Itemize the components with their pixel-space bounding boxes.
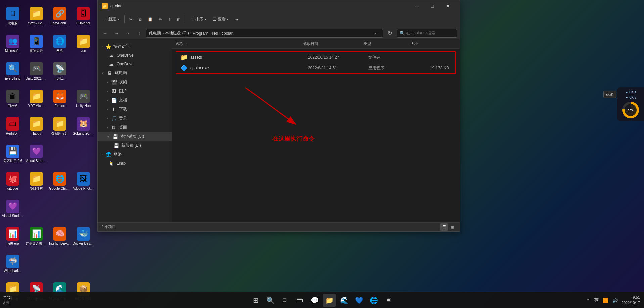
more-button[interactable]: ··· [232, 16, 241, 23]
desktop-icon-everything[interactable]: 🔍 Everything [1, 58, 24, 85]
search-button[interactable]: 🔍 [264, 294, 277, 307]
desktop-icon-teams[interactable]: 👥 Microsof... [1, 30, 24, 57]
col-header-date[interactable]: 修改日期 [303, 41, 364, 46]
desktop-icon-recycle[interactable]: 🗑 回收站 [1, 85, 24, 112]
desktop-icon-vue[interactable]: 📁 vue [72, 30, 95, 57]
desktop-icon-redisd[interactable]: 🗃 RedisD... [1, 113, 24, 140]
desktop-icon-photoshop[interactable]: 🖼 Adobe Photosh... [72, 168, 95, 195]
close-button[interactable]: ✕ [440, 0, 456, 12]
view-list-button[interactable]: ☰ [440, 223, 448, 231]
path-programfiles[interactable]: Program Files [193, 31, 218, 36]
desktop-icon-happy[interactable]: 📁 Happy [25, 113, 48, 140]
taskbar-terminal-button[interactable]: 🖥 [382, 294, 395, 307]
widgets-button[interactable]: 🗃 [293, 294, 307, 307]
new-button[interactable]: ＋ 新建 ▾ [100, 15, 122, 23]
nav-item-linux[interactable]: 🐧 Linux [98, 159, 172, 168]
nav-item-documents[interactable]: › 📄 文档 [98, 96, 172, 105]
nav-item-edrive[interactable]: 💾 新加卷 (E:) [98, 141, 172, 150]
taskbar-explorer-button[interactable]: 📁 [323, 294, 336, 307]
tray-lang-icon[interactable]: 英 [593, 297, 600, 304]
nav-item-quickaccess[interactable]: › ⭐ 快速访问 [98, 42, 172, 51]
copy-button[interactable]: ⧉ [136, 16, 144, 23]
delete-button[interactable]: 🗑 [174, 16, 183, 23]
cut-button[interactable]: ✂ [127, 16, 135, 23]
desktop-icon-idea[interactable]: 🧠 IntelliJ IDEA 2021.3.1 [48, 223, 71, 250]
exe-icon: 🔷 [180, 64, 188, 72]
desktop-icon-chrome[interactable]: 🌐 Google Chrome [48, 168, 71, 195]
desktop-icon-syzm[interactable]: 📁 syzm-vue... [25, 3, 48, 30]
desktop-icon-unityhub[interactable]: 🎮 Unity Hub [72, 85, 95, 112]
taskbar-edge-button[interactable]: 🌊 [337, 294, 351, 307]
start-button[interactable]: ⊞ [249, 294, 262, 307]
refresh-button[interactable]: ↻ [385, 29, 395, 38]
taskbar-chrome-button[interactable]: 🌐 [367, 294, 380, 307]
desktop-icon-gitcode[interactable]: 🐙 gitcode [1, 168, 24, 195]
nav-item-onedrive1[interactable]: ☁ OneDrive [98, 51, 172, 60]
nav-item-downloads[interactable]: › ⬇ 下载 [98, 105, 172, 114]
paste-button[interactable]: 📋 [145, 16, 155, 23]
nav-item-music[interactable]: › 🎵 音乐 [98, 114, 172, 123]
share-button[interactable]: ↑ [166, 16, 173, 23]
desktop-icon-wireshark[interactable]: 🦈 Wireshark... [1, 250, 24, 277]
desktop-icon-ydt[interactable]: 📁 YDT.Micr... [25, 85, 48, 112]
up-button[interactable]: ↑ [135, 29, 144, 38]
desktop-icon-vs1[interactable]: 💜 Visual Studio C... [25, 140, 48, 167]
tray-network-icon[interactable]: 📶 [601, 297, 610, 304]
view-details-button[interactable]: ▦ [448, 223, 456, 231]
nav-item-cdrive[interactable]: ∨ 💾 本地磁盘 (C:) [98, 132, 172, 141]
taskview-button[interactable]: ⧉ [278, 294, 292, 307]
tray-volume-icon[interactable]: 🔊 [611, 297, 619, 304]
net-percent: 77% [627, 108, 634, 112]
desktop-icon-vs2[interactable]: 💜 Visual Studio C... [1, 195, 24, 222]
path-cpolar[interactable]: cpolar [222, 31, 233, 36]
nav-item-video[interactable]: › 🎬 视频 [98, 78, 172, 87]
nav-item-computer[interactable]: ∨ 🖥 此电脑 [98, 68, 172, 78]
table-row[interactable]: 🔷 cpolar.exe 2022/8/31 14:51 应用程序 19,178… [176, 63, 455, 73]
col-header-type[interactable]: 类型 [364, 41, 411, 46]
desktop-icon-docker[interactable]: 🐳 Docker Desktop [72, 223, 95, 250]
maximize-button[interactable]: □ [425, 0, 440, 12]
terminal-taskbar-icon: 🖥 [385, 296, 392, 304]
desktop-icon-pdmaner[interactable]: 🗄 PDManer [72, 3, 95, 30]
weather-widget[interactable]: 21°C 多云 [3, 295, 12, 305]
search-box[interactable]: 🔍 在 cpolar 中搜索 [397, 29, 457, 38]
rename-button[interactable]: ✏ [156, 16, 165, 23]
chat-button[interactable]: 💬 [308, 294, 321, 307]
system-clock[interactable]: 9:51 2022/10/17 [622, 295, 640, 305]
desktop-icon-mqttfx[interactable]: 📡 mqttfx... [48, 58, 71, 85]
sort-button[interactable]: ↑↓ 排序 ▾ [187, 15, 209, 23]
address-path[interactable]: 此电脑 › 本地磁盘 (C:) › Program Files › cpolar… [146, 29, 383, 38]
col-header-name[interactable]: 名称 ↑ [176, 41, 303, 46]
path-dropdown[interactable]: ▾ [371, 29, 380, 38]
easyconn-label: EasyConn... [51, 21, 69, 25]
desktop-icon-net6erp[interactable]: 📊 net6-erp [1, 223, 24, 250]
tray-arrow-icon[interactable]: ⌃ [585, 297, 591, 304]
desktop-icon-partition[interactable]: 💾 分区助手 9.6 [1, 140, 24, 167]
nav-item-desktop[interactable]: › 🖥 桌面 [98, 123, 172, 132]
desktop-icon-firefox[interactable]: 🦊 Firefox [48, 85, 71, 112]
path-drive[interactable]: 本地磁盘 (C:) [165, 30, 189, 36]
desktop-icon-nox[interactable]: 📱 夜神多云 [25, 30, 48, 57]
col-header-size[interactable]: 大小 [411, 41, 444, 46]
desktop-icon-network[interactable]: 🌐 网络 [48, 30, 71, 57]
quickaccess-label: 快速访问 [113, 44, 130, 49]
desktop-icon-excel[interactable]: 📊 订单导入表格-2231.xls [25, 223, 48, 250]
back-button[interactable]: ← [100, 29, 110, 38]
nav-item-onedrive2[interactable]: ☁ OneDrive [98, 60, 172, 68]
forward-button[interactable]: → [112, 29, 121, 38]
desktop-icon-computer[interactable]: 🖥 此电脑 [1, 3, 24, 30]
minimize-button[interactable]: ─ [409, 0, 425, 12]
desktop-icon-goland[interactable]: 🐹 GoLand 2021.3.2 [72, 113, 95, 140]
nav-item-network[interactable]: › 🌐 网络 [98, 150, 172, 159]
nav-item-pictures[interactable]: › 🖼 图片 [98, 87, 172, 96]
desktop-icon-dbdesign[interactable]: 📁 数据库设计 [48, 113, 71, 140]
recent-button[interactable]: ▾ [123, 29, 133, 38]
table-row[interactable]: 📁 assets 2022/10/15 14:27 文件夹 [176, 52, 455, 63]
desktop-icon-unity[interactable]: 🎮 Unity 2021.2.10f... [25, 58, 48, 85]
dbdesign-label: 数据库设计 [51, 132, 68, 136]
path-computer[interactable]: 此电脑 [149, 30, 161, 36]
taskbar-vscode-button[interactable]: 💙 [352, 294, 366, 307]
desktop-icon-easyconn[interactable]: 🔗 EasyConn... [48, 3, 71, 30]
view-button[interactable]: ☰ 查看 ▾ [210, 15, 231, 23]
desktop-icon-migrate[interactable]: 📁 项目迁移 [25, 168, 48, 195]
